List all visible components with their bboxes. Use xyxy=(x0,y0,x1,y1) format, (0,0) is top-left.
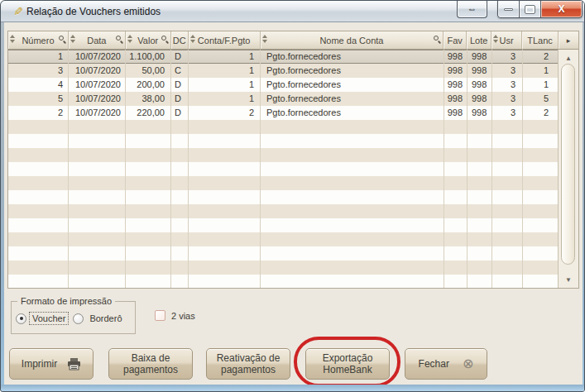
radio-bordero[interactable] xyxy=(73,313,84,324)
cell-tlanc: 5 xyxy=(523,92,559,106)
column-header-dc[interactable]: DC xyxy=(171,31,189,49)
empty-row[interactable] xyxy=(8,275,559,288)
empty-row[interactable] xyxy=(8,232,559,246)
cell-tlanc: 2 xyxy=(523,50,559,64)
empty-row[interactable] xyxy=(8,204,559,218)
table-row[interactable]: 110/07/20201.100,00D1Pgto.fornecedores99… xyxy=(8,50,559,64)
cell-tlanc xyxy=(523,190,559,204)
cell-dc xyxy=(171,204,189,218)
fechar-button[interactable]: Fechar ⊗ xyxy=(405,348,487,380)
empty-row[interactable] xyxy=(8,134,559,148)
column-header-data[interactable]: Data xyxy=(69,31,126,49)
cell-valor xyxy=(126,162,171,176)
cell-data xyxy=(69,162,126,176)
cell-dc xyxy=(171,176,189,190)
search-icon[interactable] xyxy=(161,36,168,42)
column-header-numero[interactable]: Número xyxy=(8,31,69,49)
cell-conta xyxy=(189,190,261,204)
cell-tlanc xyxy=(523,176,559,190)
cell-usr xyxy=(492,232,523,246)
baixa-pagamentos-button[interactable]: Baixa de pagamentos xyxy=(108,348,193,380)
maximize-button[interactable] xyxy=(520,1,541,18)
column-header-tlanc[interactable]: TLanc xyxy=(522,31,559,49)
cell-conta xyxy=(189,218,261,232)
cell-tlanc xyxy=(523,120,559,134)
imprimir-button[interactable]: Imprimir xyxy=(9,348,94,380)
search-icon[interactable] xyxy=(116,36,122,42)
search-icon[interactable] xyxy=(434,36,440,42)
cell-dc: D xyxy=(171,78,189,92)
copies-checkbox[interactable] xyxy=(155,310,165,321)
restore-size-button[interactable]: ⇔ xyxy=(457,1,487,18)
nav-right-icon: ▸ xyxy=(567,36,571,45)
exportacao-homebank-button[interactable]: Exportação HomeBank xyxy=(305,348,390,380)
minimize-button[interactable] xyxy=(497,1,520,18)
sort-icon xyxy=(127,35,132,43)
titlebar[interactable]: ✎ Relação de Vouchers emitidos ⇔ X xyxy=(1,1,585,22)
table-row[interactable]: 410/07/2020200,00D1Pgto.fornecedores9989… xyxy=(8,78,559,92)
cell-valor xyxy=(126,232,171,246)
cell-conta xyxy=(189,246,261,261)
cell-valor xyxy=(126,134,171,148)
scroll-down-button[interactable]: ▼ xyxy=(559,273,578,286)
cell-numero xyxy=(8,275,69,288)
column-header-usr[interactable]: Usr xyxy=(491,31,522,49)
cell-fav xyxy=(444,218,468,232)
column-header-conta[interactable]: Conta/F.Pgto xyxy=(189,31,261,49)
radio-voucher-label[interactable]: Voucher xyxy=(30,313,68,324)
column-header-lote[interactable]: Lote xyxy=(467,31,491,49)
cell-tlanc xyxy=(523,148,559,162)
column-label: Nome da Conta xyxy=(319,36,383,45)
groupbox-legend: Formato de impressão xyxy=(17,296,115,306)
table-row[interactable]: 210/07/2020220,00D2Pgto.fornecedores9989… xyxy=(8,106,559,120)
column-label: Número xyxy=(22,36,54,45)
column-header-valor[interactable]: Valor xyxy=(126,31,171,49)
cell-valor: 38,00 xyxy=(126,92,171,106)
scrollbar-thumb[interactable] xyxy=(561,64,575,265)
empty-row[interactable] xyxy=(8,190,559,204)
empty-row[interactable] xyxy=(8,176,559,190)
cell-lote xyxy=(468,275,492,288)
cell-dc xyxy=(171,246,189,261)
vertical-scrollbar[interactable]: ▲ ▼ xyxy=(558,50,578,288)
copies-checkbox-label[interactable]: 2 vias xyxy=(171,311,195,321)
cell-fav xyxy=(444,275,468,288)
cell-conta: 1 xyxy=(189,64,261,78)
cell-numero: 5 xyxy=(8,92,69,106)
column-label: Valor xyxy=(137,36,158,45)
cell-tlanc: 1 xyxy=(523,78,559,92)
empty-row[interactable] xyxy=(8,218,559,232)
empty-row[interactable] xyxy=(8,148,559,162)
table-row[interactable]: 510/07/202038,00D1Pgto.fornecedores99899… xyxy=(8,92,559,106)
column-header-nome[interactable]: Nome da Conta xyxy=(261,31,444,49)
search-icon[interactable] xyxy=(59,36,65,42)
cell-valor xyxy=(126,275,171,288)
cell-lote xyxy=(468,162,492,176)
reativacao-pagamentos-button[interactable]: Reativação de pagamentos xyxy=(206,348,290,380)
close-button[interactable]: X xyxy=(541,1,583,18)
column-header-fav[interactable]: Fav xyxy=(444,31,467,49)
column-label: Lote xyxy=(470,36,487,45)
cell-tlanc xyxy=(523,246,559,261)
empty-row[interactable] xyxy=(8,162,559,176)
empty-row[interactable] xyxy=(8,261,559,275)
cell-numero xyxy=(8,246,69,261)
cell-dc xyxy=(171,162,189,176)
radio-voucher[interactable] xyxy=(16,313,26,324)
radio-bordero-label[interactable]: Borderô xyxy=(87,313,124,324)
table-row[interactable]: 310/07/202050,00C1Pgto.fornecedores99899… xyxy=(8,64,559,78)
cell-nome xyxy=(261,148,444,162)
cell-nome xyxy=(261,176,444,190)
cell-fav xyxy=(444,176,468,190)
cell-data: 10/07/2020 xyxy=(69,106,126,120)
column-label: DC xyxy=(173,36,186,45)
cell-lote: 998 xyxy=(468,78,492,92)
scroll-up-button[interactable]: ▲ xyxy=(559,51,578,65)
cell-valor xyxy=(126,148,171,162)
resize-arrows-icon: ⇔ xyxy=(468,3,477,15)
empty-row[interactable] xyxy=(8,246,559,261)
header-nav-right[interactable]: ▸ xyxy=(559,31,578,49)
maximize-icon xyxy=(525,6,535,13)
empty-row[interactable] xyxy=(8,120,559,134)
cell-valor xyxy=(126,218,171,232)
